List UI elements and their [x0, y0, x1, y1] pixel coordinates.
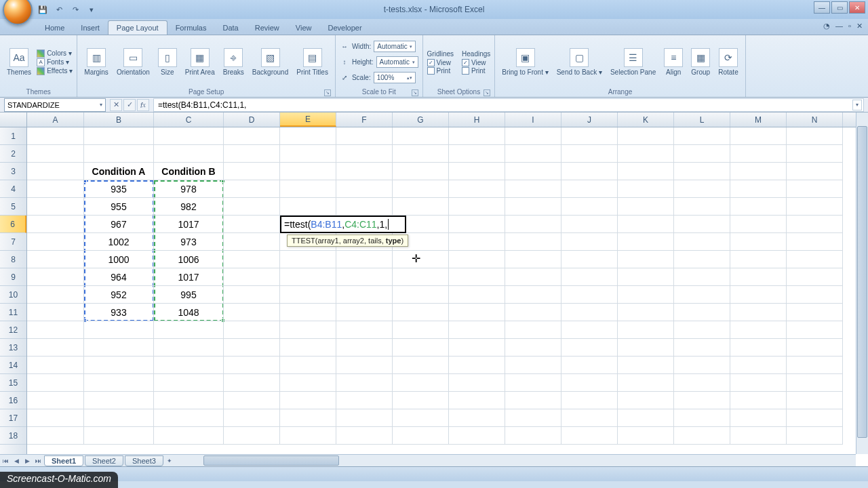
- row-header-9[interactable]: 9: [0, 268, 26, 286]
- cell-D4[interactable]: [224, 180, 280, 198]
- cell-J14[interactable]: [561, 357, 618, 374]
- cell-M6[interactable]: [730, 216, 787, 233]
- cell-F11[interactable]: [336, 304, 393, 321]
- sheet-options-launcher[interactable]: ↘: [484, 89, 490, 96]
- cell-B6[interactable]: 967: [84, 216, 154, 233]
- cell-H4[interactable]: [449, 180, 505, 198]
- cell-K3[interactable]: [618, 163, 674, 180]
- tab-formulas[interactable]: Formulas: [167, 21, 215, 35]
- cell-H10[interactable]: [449, 286, 505, 304]
- cell-D9[interactable]: [224, 268, 280, 286]
- cell-E3[interactable]: [280, 163, 336, 180]
- cell-F9[interactable]: [336, 268, 393, 286]
- cell-K8[interactable]: [618, 251, 674, 268]
- cell-N14[interactable]: [787, 357, 843, 374]
- cell-A15[interactable]: [27, 374, 84, 392]
- cell-F8[interactable]: [336, 251, 393, 268]
- print-area-button[interactable]: ▦Print Area: [182, 47, 218, 77]
- cell-G11[interactable]: [393, 304, 449, 321]
- cell-H8[interactable]: [449, 251, 505, 268]
- close-workbook-icon[interactable]: ✕: [856, 22, 863, 30]
- cell-H17[interactable]: [449, 409, 505, 427]
- cell-B13[interactable]: [84, 339, 154, 357]
- cell-N10[interactable]: [787, 286, 843, 304]
- cell-F16[interactable]: [336, 392, 393, 409]
- cell-H13[interactable]: [449, 339, 505, 357]
- cell-L11[interactable]: [674, 304, 730, 321]
- cell-C2[interactable]: [154, 145, 224, 163]
- cell-D1[interactable]: [224, 127, 280, 145]
- cell-L17[interactable]: [674, 409, 730, 427]
- cell-M15[interactable]: [730, 374, 787, 392]
- cell-F1[interactable]: [336, 127, 393, 145]
- cell-N17[interactable]: [787, 409, 843, 427]
- cell-B10[interactable]: 952: [84, 286, 154, 304]
- cell-C7[interactable]: 973: [154, 233, 224, 251]
- cell-D13[interactable]: [224, 339, 280, 357]
- cell-C9[interactable]: 1017: [154, 268, 224, 286]
- insert-function-button[interactable]: f𝑥: [137, 99, 149, 111]
- selection-pane-button[interactable]: ☰Selection Pane: [608, 47, 658, 77]
- cell-C14[interactable]: [154, 357, 224, 374]
- cell-B16[interactable]: [84, 392, 154, 409]
- cell-A10[interactable]: [27, 286, 84, 304]
- cell-H7[interactable]: [449, 233, 505, 251]
- cell-C17[interactable]: [154, 409, 224, 427]
- row-header-8[interactable]: 8: [0, 251, 26, 268]
- background-button[interactable]: ▧Background: [250, 47, 291, 77]
- cell-C5[interactable]: 982: [154, 198, 224, 216]
- cell-L3[interactable]: [674, 163, 730, 180]
- cell-G17[interactable]: [393, 409, 449, 427]
- cell-M13[interactable]: [730, 339, 787, 357]
- cell-K11[interactable]: [618, 304, 674, 321]
- cell-J4[interactable]: [561, 180, 618, 198]
- cell-N5[interactable]: [787, 198, 843, 216]
- cell-I3[interactable]: [505, 163, 561, 180]
- col-header-J[interactable]: J: [561, 113, 618, 127]
- cell-M9[interactable]: [730, 268, 787, 286]
- group-button[interactable]: ▦Group: [688, 47, 713, 77]
- cell-B1[interactable]: [84, 127, 154, 145]
- cell-H6[interactable]: [449, 216, 505, 233]
- cell-K5[interactable]: [618, 198, 674, 216]
- cell-H2[interactable]: [449, 145, 505, 163]
- cell-G3[interactable]: [393, 163, 449, 180]
- cell-C11[interactable]: 1048: [154, 304, 224, 321]
- cell-I7[interactable]: [505, 233, 561, 251]
- cell-E11[interactable]: [280, 304, 336, 321]
- cell-N6[interactable]: [787, 216, 843, 233]
- cell-L16[interactable]: [674, 392, 730, 409]
- row-header-17[interactable]: 17: [0, 409, 26, 427]
- cell-H9[interactable]: [449, 268, 505, 286]
- cell-D15[interactable]: [224, 374, 280, 392]
- cell-J7[interactable]: [561, 233, 618, 251]
- cell-J11[interactable]: [561, 304, 618, 321]
- cell-N16[interactable]: [787, 392, 843, 409]
- cell-K12[interactable]: [618, 321, 674, 339]
- cell-H11[interactable]: [449, 304, 505, 321]
- cell-M3[interactable]: [730, 163, 787, 180]
- cell-J16[interactable]: [561, 392, 618, 409]
- cell-B2[interactable]: [84, 145, 154, 163]
- cell-A16[interactable]: [27, 392, 84, 409]
- row-header-16[interactable]: 16: [0, 392, 26, 409]
- page-setup-launcher[interactable]: ↘: [324, 89, 331, 96]
- col-header-L[interactable]: L: [674, 113, 730, 127]
- tab-page-layout[interactable]: Page Layout: [108, 20, 167, 35]
- cell-I10[interactable]: [505, 286, 561, 304]
- cell-I13[interactable]: [505, 339, 561, 357]
- sheet-tab-1[interactable]: Sheet1: [44, 455, 83, 466]
- cell-E2[interactable]: [280, 145, 336, 163]
- cell-N8[interactable]: [787, 251, 843, 268]
- cell-G8[interactable]: [393, 251, 449, 268]
- cell-F4[interactable]: [336, 180, 393, 198]
- cell-J10[interactable]: [561, 286, 618, 304]
- next-sheet-button[interactable]: ▶: [22, 458, 33, 464]
- cell-M8[interactable]: [730, 251, 787, 268]
- cancel-formula-button[interactable]: ✕: [110, 99, 122, 111]
- cell-L10[interactable]: [674, 286, 730, 304]
- cell-C10[interactable]: 995: [154, 286, 224, 304]
- headings-print-checkbox[interactable]: Print: [462, 67, 490, 75]
- col-header-K[interactable]: K: [618, 113, 674, 127]
- cell-K6[interactable]: [618, 216, 674, 233]
